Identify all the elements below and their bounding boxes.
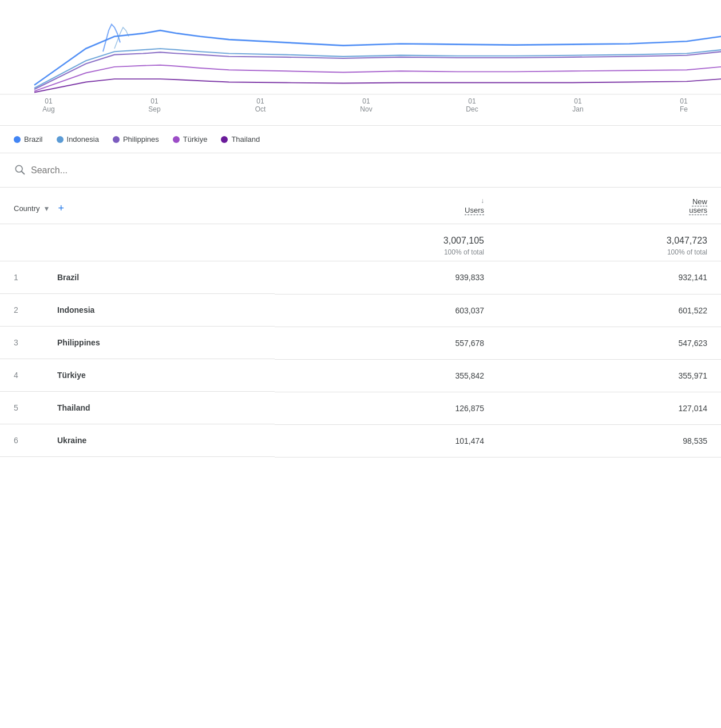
chart-container: 01 Aug 01 Sep 01 Oct 01 Nov 01 Dec 01 Ja… bbox=[0, 0, 721, 126]
table-row[interactable]: 6Ukraine 101,474 98,535 bbox=[0, 424, 721, 457]
row-2-rank: 3 bbox=[14, 338, 48, 347]
country-col-label: Country bbox=[14, 204, 40, 213]
search-bar bbox=[0, 153, 721, 188]
table-row[interactable]: 5Thailand 126,875 127,014 bbox=[0, 392, 721, 424]
row-0-country-name: Brazil bbox=[57, 273, 79, 282]
x-axis-aug: 01 Aug bbox=[34, 97, 63, 113]
row-5-rank: 6 bbox=[14, 436, 48, 445]
table-row[interactable]: 2Indonesia 603,037 601,522 bbox=[0, 294, 721, 327]
row-4-rank: 5 bbox=[14, 403, 48, 412]
legend-item-türkiye[interactable]: Türkiye bbox=[173, 135, 208, 144]
row-0-users: 939,833 bbox=[275, 261, 498, 295]
x-axis-dec: 01 Dec bbox=[458, 97, 486, 113]
row-3-country-name: Türkiye bbox=[57, 371, 86, 380]
row-1-country-cell: 2Indonesia bbox=[0, 294, 275, 327]
row-5-users: 101,474 bbox=[275, 424, 498, 457]
x-axis-feb: 01 Fe bbox=[670, 97, 698, 113]
data-table: Country ▼ + ↓ Users Newusers bbox=[0, 188, 721, 458]
row-3-country-cell: 4Türkiye bbox=[0, 359, 275, 392]
row-2-users: 557,678 bbox=[275, 327, 498, 359]
search-icon bbox=[14, 164, 25, 177]
row-1-rank: 2 bbox=[14, 305, 48, 315]
table-row[interactable]: 3Philippines 557,678 547,623 bbox=[0, 327, 721, 359]
totals-country-cell bbox=[0, 224, 275, 261]
totals-row: 3,007,105 100% of total 3,047,723 100% o… bbox=[0, 224, 721, 261]
table-header-row: Country ▼ + ↓ Users Newusers bbox=[0, 188, 721, 224]
x-axis-sep: 01 Sep bbox=[140, 97, 169, 113]
legend-dot-4 bbox=[221, 136, 228, 143]
legend-label-4: Thailand bbox=[231, 135, 260, 144]
legend-dot-1 bbox=[57, 136, 64, 143]
row-1-new-users: 601,522 bbox=[498, 294, 721, 327]
row-2-country-name: Philippines bbox=[57, 338, 100, 347]
row-2-country-cell: 3Philippines bbox=[0, 327, 275, 359]
x-axis: 01 Aug 01 Sep 01 Oct 01 Nov 01 Dec 01 Ja… bbox=[0, 97, 721, 113]
legend-label-2: Philippines bbox=[123, 135, 159, 144]
row-3-rank: 4 bbox=[14, 371, 48, 380]
x-axis-oct: 01 Oct bbox=[246, 97, 275, 113]
row-3-new-users: 355,971 bbox=[498, 359, 721, 392]
row-4-country-cell: 5Thailand bbox=[0, 392, 275, 424]
column-header-country[interactable]: Country ▼ + bbox=[0, 188, 275, 224]
chart-svg bbox=[0, 0, 721, 97]
legend-item-thailand[interactable]: Thailand bbox=[221, 135, 260, 144]
row-3-users: 355,842 bbox=[275, 359, 498, 392]
row-5-country-name: Ukraine bbox=[57, 436, 86, 445]
svg-line-2 bbox=[22, 172, 25, 174]
row-4-new-users: 127,014 bbox=[498, 392, 721, 424]
row-5-country-cell: 6Ukraine bbox=[0, 424, 275, 457]
x-axis-jan: 01 Jan bbox=[564, 97, 592, 113]
legend-item-brazil[interactable]: Brazil bbox=[14, 135, 43, 144]
total-users-value: 3,007,105 bbox=[288, 236, 484, 246]
legend-dot-0 bbox=[14, 136, 21, 143]
row-0-country-cell: 1Brazil bbox=[0, 261, 275, 294]
users-sort-icon: ↓ bbox=[481, 197, 484, 205]
total-new-users-pct: 100% of total bbox=[512, 248, 707, 256]
legend-label-0: Brazil bbox=[24, 135, 43, 144]
filter-icon[interactable]: ▼ bbox=[43, 205, 50, 213]
row-0-new-users: 932,141 bbox=[498, 261, 721, 295]
row-2-new-users: 547,623 bbox=[498, 327, 721, 359]
total-users-pct: 100% of total bbox=[288, 248, 484, 256]
totals-users-cell: 3,007,105 100% of total bbox=[275, 224, 498, 261]
legend-dot-3 bbox=[173, 136, 180, 143]
row-1-users: 603,037 bbox=[275, 294, 498, 327]
column-header-users[interactable]: ↓ Users bbox=[275, 188, 498, 224]
table-row[interactable]: 4Türkiye 355,842 355,971 bbox=[0, 359, 721, 392]
legend-label-1: Indonesia bbox=[67, 135, 99, 144]
legend-item-philippines[interactable]: Philippines bbox=[113, 135, 159, 144]
legend-dot-2 bbox=[113, 136, 120, 143]
row-5-new-users: 98,535 bbox=[498, 424, 721, 457]
totals-new-users-cell: 3,047,723 100% of total bbox=[498, 224, 721, 261]
row-0-rank: 1 bbox=[14, 273, 48, 282]
legend-item-indonesia[interactable]: Indonesia bbox=[57, 135, 99, 144]
add-column-icon[interactable]: + bbox=[58, 202, 64, 214]
table-row[interactable]: 1Brazil 939,833 932,141 bbox=[0, 261, 721, 295]
search-input[interactable] bbox=[31, 165, 707, 176]
row-4-users: 126,875 bbox=[275, 392, 498, 424]
legend-label-3: Türkiye bbox=[183, 135, 208, 144]
total-new-users-value: 3,047,723 bbox=[512, 236, 707, 246]
new-users-col-label: Newusers bbox=[689, 197, 707, 214]
row-1-country-name: Indonesia bbox=[57, 305, 94, 315]
chart-legend: Brazil Indonesia Philippines Türkiye Tha… bbox=[0, 126, 721, 153]
users-col-label: Users bbox=[465, 206, 484, 214]
x-axis-nov: 01 Nov bbox=[352, 97, 381, 113]
row-4-country-name: Thailand bbox=[57, 403, 90, 412]
column-header-new-users[interactable]: Newusers bbox=[498, 188, 721, 224]
